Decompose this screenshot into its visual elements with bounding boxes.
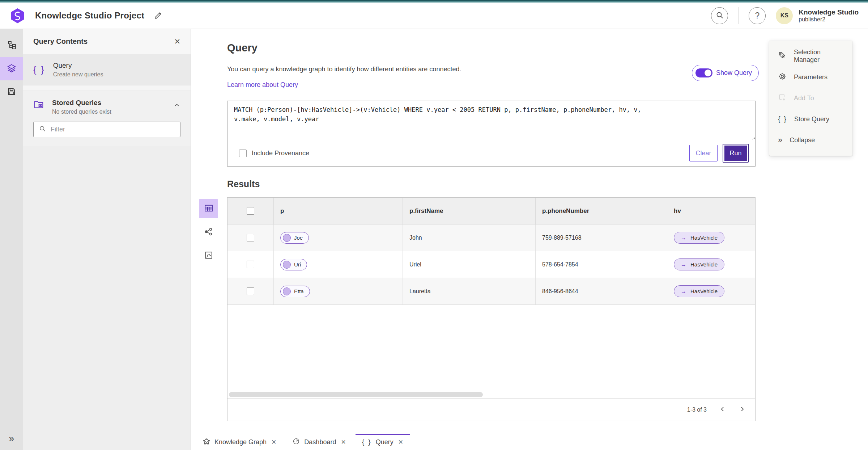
panel-section-gap <box>23 85 191 91</box>
toggle-switch-on[interactable] <box>695 68 712 77</box>
selection-manager-icon <box>778 51 787 62</box>
table-view-button[interactable] <box>199 199 218 218</box>
add-to-icon <box>778 93 787 104</box>
results-table: p p.firstName p.phoneNumber hv Joe <box>227 197 756 421</box>
query-page: Query You can query a knowledge graph to… <box>191 29 868 434</box>
show-query-label: Show Query <box>716 69 752 77</box>
add-to-label: Add To <box>794 94 814 102</box>
arrow-right-icon: → <box>681 262 686 268</box>
add-to-button: Add To <box>769 88 852 109</box>
scrollbar-thumb[interactable] <box>229 392 483 397</box>
braces-icon: { } <box>362 438 372 446</box>
close-icon[interactable]: ✕ <box>398 438 403 446</box>
collapse-label: Collapse <box>790 136 815 144</box>
chevron-up-icon <box>173 105 180 110</box>
search-icon <box>715 11 724 21</box>
show-query-toggle[interactable]: Show Query <box>692 65 759 81</box>
table-row: Uri Uriel 578-654-7854 → HasVehicle <box>227 251 755 278</box>
document-tab-bar: Knowledge Graph ✕ Dashboard ✕ { } Query … <box>191 434 868 450</box>
filter-container <box>23 117 191 146</box>
question-mark-icon: ? <box>755 11 760 21</box>
panel-close-button[interactable]: ✕ <box>174 37 180 46</box>
stored-queries-text: Stored Queries No stored queries exist <box>52 99 165 115</box>
knowledge-graph-icon <box>203 437 210 447</box>
filter-input[interactable] <box>51 126 175 133</box>
brand-top-strip <box>0 0 868 3</box>
cell-firstname: John <box>403 224 536 251</box>
sidebar-item-query[interactable]: { } Query Create new queries <box>23 54 191 85</box>
rail-item-queries[interactable] <box>0 57 23 80</box>
toggle-knob <box>704 69 712 77</box>
entity-chip[interactable]: Etta <box>280 286 310 297</box>
query-description: You can query a knowledge graph to ident… <box>227 66 461 73</box>
chart-view-button[interactable] <box>199 246 218 265</box>
header-checkbox-cell <box>227 198 274 224</box>
close-icon[interactable]: ✕ <box>341 438 346 446</box>
close-icon[interactable]: ✕ <box>271 438 276 446</box>
parameters-label: Parameters <box>794 73 827 81</box>
row-checkbox-cell <box>227 251 274 278</box>
select-all-checkbox[interactable] <box>247 207 254 215</box>
rail-item-hierarchy[interactable] <box>0 34 23 57</box>
pencil-icon <box>154 10 163 21</box>
include-provenance-checkbox[interactable] <box>239 150 247 157</box>
row-checkbox[interactable] <box>247 287 254 295</box>
tab-dashboard[interactable]: Dashboard ✕ <box>286 434 352 450</box>
clear-button[interactable]: Clear <box>689 145 718 161</box>
entity-chip[interactable]: Joe <box>280 232 309 244</box>
avatar[interactable]: KS <box>776 7 793 24</box>
table-icon <box>204 203 214 214</box>
rail-expand-button[interactable]: » <box>0 431 23 446</box>
entity-chip[interactable]: Uri <box>280 259 307 270</box>
search-button[interactable] <box>711 7 728 24</box>
parameters-button[interactable]: Parameters <box>769 67 852 88</box>
entity-node-icon <box>283 234 291 242</box>
learn-more-link[interactable]: Learn more about Query <box>227 81 298 89</box>
edit-project-name-button[interactable] <box>153 10 164 21</box>
column-header-phonenumber[interactable]: p.phoneNumber <box>536 198 667 224</box>
stored-queries-collapse-button[interactable] <box>173 102 180 110</box>
relationship-chip-label: HasVehicle <box>690 235 718 241</box>
sidebar-item-query-text: Query Create new queries <box>53 62 103 78</box>
tab-label: Knowledge Graph <box>214 438 267 446</box>
row-checkbox[interactable] <box>247 234 254 241</box>
store-query-button[interactable]: { } Store Query <box>769 109 852 130</box>
next-page-button[interactable] <box>739 405 746 414</box>
column-header-firstname[interactable]: p.firstName <box>403 198 536 224</box>
sidebar-item-query-title: Query <box>53 62 103 70</box>
braces-icon: { } <box>778 115 787 123</box>
cell-phonenumber: 846-956-8644 <box>536 278 667 304</box>
help-button[interactable]: ? <box>749 7 766 24</box>
avatar-initials: KS <box>780 12 788 19</box>
relationship-chip[interactable]: → HasVehicle <box>674 258 724 270</box>
run-button[interactable]: Run <box>723 144 749 163</box>
share-graph-icon <box>204 227 213 237</box>
tab-knowledge-graph[interactable]: Knowledge Graph ✕ <box>196 434 283 450</box>
pagination-range: 1-3 of 3 <box>687 407 707 413</box>
column-header-hv[interactable]: hv <box>667 198 755 224</box>
query-textarea[interactable]: MATCH (p:Person)-[hv:HasVehicle]->(v:Veh… <box>227 101 755 140</box>
relationship-chip[interactable]: → HasVehicle <box>674 285 724 297</box>
row-checkbox-cell <box>227 224 274 251</box>
cell-hv: → HasVehicle <box>667 278 755 304</box>
left-icon-rail: » <box>0 29 23 450</box>
column-header-p[interactable]: p <box>274 198 403 224</box>
chevron-left-icon <box>719 405 726 414</box>
row-checkbox[interactable] <box>247 261 254 268</box>
stored-queries-section[interactable]: Stored Queries No stored queries exist <box>23 91 191 117</box>
entity-chip-label: Joe <box>294 235 303 241</box>
previous-page-button[interactable] <box>719 405 726 414</box>
query-actions-panel: Selection Manager Parameters <box>769 41 852 156</box>
save-icon <box>7 87 16 97</box>
tab-query[interactable]: { } Query ✕ <box>356 434 410 450</box>
rail-item-save[interactable] <box>0 80 23 104</box>
double-chevron-right-icon: » <box>9 433 14 444</box>
collapse-button[interactable]: » Collapse <box>769 130 852 151</box>
graph-view-button[interactable] <box>199 223 218 242</box>
stored-queries-title: Stored Queries <box>52 99 165 107</box>
table-empty-area <box>227 305 755 391</box>
relationship-chip[interactable]: → HasVehicle <box>674 232 724 244</box>
query-controls-row: Include Provenance Clear Run <box>227 140 755 166</box>
sidebar-item-query-subtitle: Create new queries <box>53 71 103 78</box>
selection-manager-button[interactable]: Selection Manager <box>769 46 852 67</box>
